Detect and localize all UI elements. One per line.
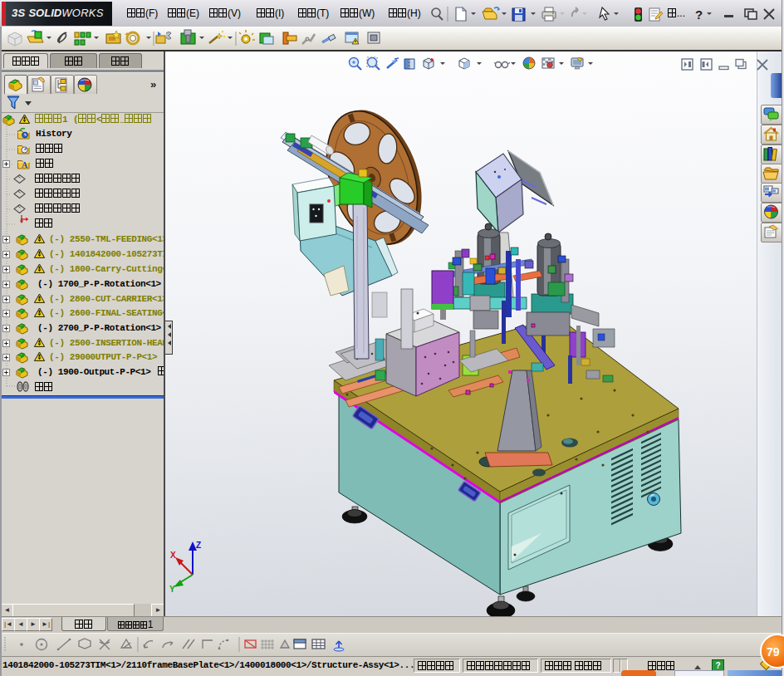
svg-text:X: X	[170, 551, 176, 560]
svg-text:?: ?	[695, 7, 703, 22]
svg-text:Z: Z	[196, 541, 201, 550]
svg-text:Y: Y	[169, 585, 175, 594]
svg-text:A: A	[22, 160, 28, 169]
